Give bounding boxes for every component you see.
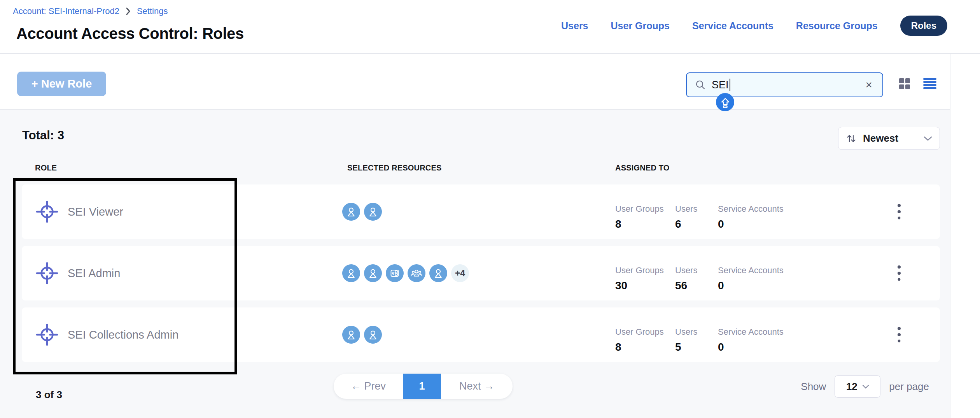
tab-roles-active[interactable]: Roles — [900, 16, 947, 36]
assigned-cell: User Groups30 Users56 Service Accounts0 — [615, 265, 807, 292]
per-page-label: per page — [889, 381, 929, 393]
prev-page-button[interactable]: ← Prev — [334, 374, 403, 399]
user-avatar-icon — [342, 203, 360, 221]
page-size-select[interactable]: 12 — [835, 375, 880, 398]
service-accounts-label: Service Accounts — [718, 204, 807, 214]
users-count: 6 — [675, 218, 718, 230]
row-menu-button[interactable] — [890, 264, 908, 283]
clear-search-button[interactable]: × — [863, 79, 875, 91]
total-count: Total: 3 — [22, 128, 64, 142]
caps-lock-indicator-icon — [716, 93, 734, 111]
breadcrumb-account-link[interactable]: Account: SEI-Internal-Prod2 — [13, 6, 119, 16]
overflow-count-badge: +4 — [451, 264, 469, 282]
user-groups-count: 8 — [615, 341, 675, 353]
row-menu-button[interactable] — [890, 202, 908, 221]
content-right-border — [950, 53, 950, 418]
page-size-value: 12 — [846, 381, 858, 393]
kebab-menu-icon — [897, 326, 901, 343]
role-row[interactable]: SEI Viewer User Groups8 Users6 Service A… — [22, 184, 940, 239]
users-label: Users — [675, 204, 718, 214]
grid-view-icon — [899, 85, 910, 91]
user-avatar-icon — [342, 326, 360, 344]
user-avatar-icon — [364, 203, 382, 221]
grid-view-toggle[interactable] — [899, 78, 910, 90]
pagination: ← Prev 1 Next → — [334, 374, 513, 399]
tab-user-groups[interactable]: User Groups — [611, 20, 670, 32]
new-role-button[interactable]: + New Role — [17, 72, 106, 96]
user-groups-count: 8 — [615, 218, 675, 230]
user-groups-label: User Groups — [615, 265, 675, 276]
breadcrumb-chevron-icon — [126, 7, 131, 16]
role-crosshair-icon — [36, 323, 58, 346]
kebab-menu-icon — [897, 203, 901, 220]
selected-resources — [342, 307, 382, 362]
sort-arrows-icon — [845, 133, 857, 144]
dashboard-avatar-icon — [386, 264, 404, 282]
user-avatar-icon — [342, 264, 360, 282]
show-label: Show — [801, 381, 826, 393]
column-header-assigned: ASSIGNED TO — [615, 163, 670, 172]
role-crosshair-icon — [36, 262, 58, 285]
role-name: SEI Viewer — [68, 205, 123, 218]
list-view-toggle[interactable] — [923, 78, 936, 90]
tab-resource-groups[interactable]: Resource Groups — [796, 20, 878, 32]
user-avatar-icon — [364, 264, 382, 282]
next-page-button[interactable]: Next → — [441, 374, 513, 399]
page-size-control: Show 12 per page — [801, 375, 929, 398]
chevron-down-icon — [923, 136, 933, 141]
kebab-menu-icon — [897, 265, 901, 282]
service-accounts-label: Service Accounts — [718, 327, 807, 337]
current-page-button[interactable]: 1 — [403, 374, 441, 399]
column-header-resources: SELECTED RESOURCES — [347, 163, 442, 172]
search-icon — [695, 79, 706, 91]
breadcrumb-settings-link[interactable]: Settings — [137, 6, 168, 16]
user-avatar-icon — [364, 326, 382, 344]
service-accounts-count: 0 — [718, 341, 807, 353]
selected-resources — [342, 184, 382, 239]
role-cell: SEI Viewer — [36, 184, 123, 239]
role-cell: SEI Admin — [36, 246, 120, 300]
users-count: 56 — [675, 279, 718, 292]
user-group-avatar-icon — [408, 264, 425, 282]
service-accounts-count: 0 — [718, 279, 807, 292]
role-row[interactable]: SEI Admin +4 User Groups30 Users56 Servi… — [22, 246, 940, 300]
user-groups-count: 30 — [615, 279, 675, 292]
access-control-tabs: Users User Groups Service Accounts Resou… — [561, 16, 947, 36]
page-title: Account Access Control: Roles — [16, 25, 244, 42]
search-input[interactable]: SEI × — [686, 72, 883, 97]
header-divider — [0, 53, 980, 54]
user-groups-label: User Groups — [615, 327, 675, 337]
role-name: SEI Admin — [68, 267, 120, 280]
role-cell: SEI Collections Admin — [36, 307, 178, 362]
users-count: 5 — [675, 341, 718, 353]
search-value: SEI — [712, 79, 729, 91]
service-accounts-label: Service Accounts — [718, 265, 807, 276]
sort-selected-value: Newest — [863, 132, 898, 144]
selected-resources: +4 — [342, 246, 469, 300]
text-cursor — [730, 79, 731, 91]
breadcrumb: Account: SEI-Internal-Prod2 Settings — [13, 6, 168, 16]
assigned-cell: User Groups8 Users5 Service Accounts0 — [615, 327, 807, 353]
users-label: Users — [675, 265, 718, 276]
tab-service-accounts[interactable]: Service Accounts — [692, 20, 774, 32]
tab-users[interactable]: Users — [561, 20, 588, 32]
chevron-down-icon — [862, 385, 869, 389]
results-range: 3 of 3 — [36, 389, 62, 401]
assigned-cell: User Groups8 Users6 Service Accounts0 — [615, 204, 807, 230]
role-row[interactable]: SEI Collections Admin User Groups8 Users… — [22, 307, 940, 362]
user-groups-label: User Groups — [615, 204, 675, 214]
sort-dropdown[interactable]: Newest — [838, 127, 940, 150]
role-name: SEI Collections Admin — [68, 328, 178, 341]
service-accounts-count: 0 — [718, 218, 807, 230]
role-crosshair-icon — [36, 200, 58, 223]
account-access-control-page: Account: SEI-Internal-Prod2 Settings Acc… — [0, 0, 980, 418]
column-header-role: ROLE — [35, 163, 57, 172]
user-avatar-icon — [429, 264, 447, 282]
users-label: Users — [675, 327, 718, 337]
row-menu-button[interactable] — [890, 325, 908, 344]
list-view-icon — [923, 85, 936, 91]
